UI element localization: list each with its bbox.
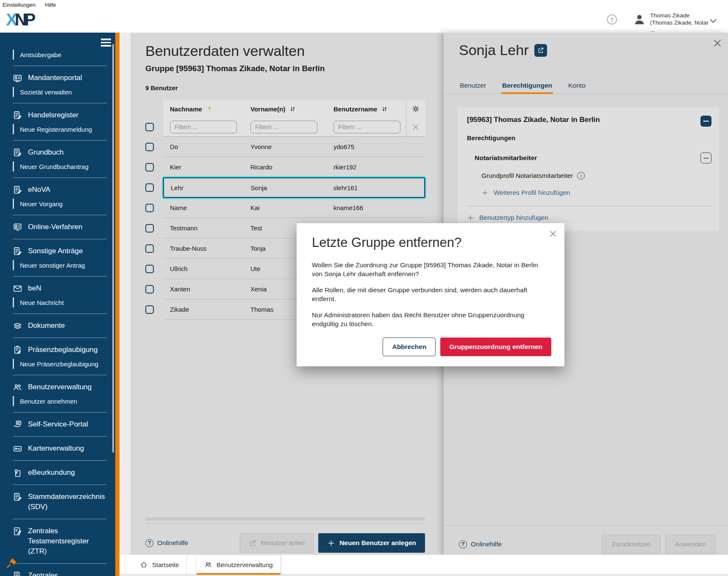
cancel-label: Abbrechen [392, 343, 426, 351]
sidebar-subitem-neuer-vorgang[interactable]: Neuer Vorgang [13, 197, 107, 210]
add-profile-link[interactable]: Weiteres Profil hinzufügen [467, 189, 711, 197]
main-footer: ? Onlinehilfe Benutzer teilen Neuen Benu… [145, 532, 425, 554]
sidebar-item-ben[interactable]: beN [13, 281, 107, 296]
remove-role-button[interactable] [700, 152, 711, 163]
sidebar-subitem-neuer-sonstiger-antrag[interactable]: Neuer sonstiger Antrag [13, 259, 107, 271]
info-icon[interactable]: i [577, 172, 585, 180]
sidebar-subitem-label: Benutzer annehmen [20, 398, 77, 405]
row-checkbox[interactable] [145, 163, 154, 172]
sidebar-item-benutzerverwaltung[interactable]: Benutzerverwaltung [13, 380, 107, 394]
sidebar-item-ebeurkundung[interactable]: eBeurkundung [13, 465, 107, 480]
sidebar-item-pr-senzbeglaubigung[interactable]: Präsenzbeglaubigung [13, 343, 107, 357]
sidebar-item-self-service-portal[interactable]: Self-Service-Portal [13, 417, 107, 432]
column-header-benutzername[interactable]: Benutzername [327, 100, 406, 117]
sidebar-item-zentrales[interactable]: Zentrales [13, 568, 107, 576]
table-scrollbar[interactable] [145, 518, 425, 521]
onlinehilfe-link[interactable]: ? Onlinehilfe [459, 540, 502, 548]
sidebar-item-mandantenportal[interactable]: Mandantenportal [13, 71, 107, 85]
sidebar-item-enova[interactable]: eNoVA [13, 183, 107, 197]
sidebar-item-stammdatenverzeichnis-sdv[interactable]: Stammdatenverzeichnis (SDV) [13, 490, 107, 514]
menu-hilfe[interactable]: Hilfe [45, 2, 56, 8]
tab-benutzerverwaltung[interactable]: Benutzerverwaltung [197, 556, 281, 574]
cell-c1: Do [163, 137, 244, 157]
remove-group-button[interactable] [700, 116, 711, 127]
table-row-do[interactable]: DoYvonneydo675 [145, 137, 425, 157]
gear-icon[interactable] [411, 104, 420, 114]
sidebar-divider [13, 485, 107, 485]
row-checkbox[interactable] [145, 265, 154, 273]
close-icon[interactable] [713, 39, 722, 48]
help-icon[interactable]: ? [607, 14, 617, 25]
document-pencil-icon [13, 571, 22, 576]
sidebar-scrollbar[interactable] [112, 44, 114, 453]
sidebar-item-handelsregister[interactable]: Handelsregister [13, 108, 107, 122]
seal-document-icon [13, 468, 22, 478]
row-checkbox[interactable] [145, 204, 154, 212]
create-user-button[interactable]: Neuen Benutzer anlegen [318, 533, 425, 553]
hamburger-menu-icon[interactable] [101, 39, 111, 47]
sidebar-divider [13, 103, 107, 103]
table-row-kier[interactable]: KierRicardorkier192 [145, 157, 425, 177]
chevron-down-icon[interactable] [709, 16, 718, 25]
tab-berechtigungen[interactable]: Berechtigungen [501, 78, 553, 94]
sidebar-item-dokumente[interactable]: Dokumente [13, 318, 107, 333]
filter-input-benutzername[interactable] [333, 121, 400, 133]
sidebar-subitem-neuer-grundbuchantrag[interactable]: Neuer Grundbuchantrag [13, 160, 107, 173]
document-quill-icon [13, 526, 22, 536]
sidebar-item-zentrales-testamentsregister-ztr[interactable]: Zentrales Testamentsregister (ZTR) [13, 524, 107, 559]
sidebar-subitem-soziet-t-verwalten[interactable]: Sozietät verwalten [13, 86, 107, 98]
share-user-button[interactable]: Benutzer teilen [240, 533, 314, 553]
envelope-icon [13, 284, 22, 294]
sidebar-item-online-verfahren[interactable]: Online-Verfahren [13, 220, 107, 234]
drawer-title-text: Sonja Lehr [459, 42, 528, 58]
menu-einstellungen[interactable]: Einstellungen [3, 2, 36, 8]
user-avatar-icon[interactable] [633, 13, 646, 26]
tab-benutzer[interactable]: Benutzer [459, 78, 487, 94]
close-icon[interactable] [549, 230, 557, 238]
tab-konto[interactable]: Konto [567, 78, 586, 94]
tab-label: Startseite [152, 561, 179, 568]
column-header-vorname-n[interactable]: Vorname(n) [244, 100, 327, 117]
apply-button[interactable]: Anwenden [665, 534, 716, 554]
filter-input-vorname-n[interactable] [250, 121, 317, 133]
sidebar-subitem-neue-registeranmeldung[interactable]: Neue Registeranmeldung [13, 123, 107, 136]
user-menu[interactable]: Thomas Zikade (Thomas Zikade, Notar ... [650, 12, 709, 33]
cell-c1: Ullrich [163, 259, 244, 279]
table-row-name[interactable]: NameKaikname166 [145, 198, 425, 218]
clear-filters-icon[interactable] [411, 122, 420, 132]
sidebar-item-kartenverwaltung[interactable]: Kartenverwaltung [13, 441, 107, 456]
user-detail: (Thomas Zikade, Notar ... [650, 19, 709, 33]
sidebar-subitem-neue-nachricht[interactable]: Neue Nachricht [13, 296, 107, 309]
cell-c1: Name [163, 198, 244, 218]
row-checkbox[interactable] [145, 285, 154, 294]
sidebar-item-sonstige-antr-ge[interactable]: Sonstige Anträge [13, 244, 107, 258]
select-all-checkbox[interactable] [145, 123, 154, 131]
row-checkbox[interactable] [145, 143, 154, 151]
user-name: Thomas Zikade [650, 12, 709, 19]
sort-icon [289, 105, 297, 113]
sidebar-item-label: Präsenzbeglaubigung [28, 345, 97, 355]
sidebar-subitem-amts-bergabe[interactable]: Amtsübergabe [13, 48, 107, 61]
cancel-button[interactable]: Abbrechen [383, 338, 436, 356]
tab-startseite[interactable]: Startseite [132, 556, 187, 574]
row-checkbox[interactable] [145, 183, 154, 192]
sidebar-item-grundbuch[interactable]: Grundbuch [13, 145, 107, 160]
column-header-nachname[interactable]: Nachname [163, 100, 244, 117]
table-row-lehr[interactable]: LehrSonjaslehr161 [145, 177, 425, 198]
sidebar: AmtsübergabeMandantenportalSozietät verw… [0, 33, 115, 576]
sidebar-subitem-benutzer-annehmen[interactable]: Benutzer annehmen [13, 395, 107, 407]
row-checkbox[interactable] [145, 244, 154, 253]
open-user-icon[interactable] [534, 44, 547, 57]
confirm-remove-button[interactable]: Gruppenzuordnung entfernen [440, 338, 551, 356]
row-checkbox[interactable] [145, 305, 154, 314]
tab-label: Benutzerverwaltung [217, 561, 273, 568]
sidebar-subitem-neue-pr-senzbeglaubigung[interactable]: Neue Präsenzbeglaubigung [13, 357, 107, 370]
row-checkbox[interactable] [145, 224, 154, 233]
permissions-card: [95963] Thomas Zikade, Notar in Berlin B… [458, 107, 719, 231]
onlinehilfe-link[interactable]: ? Onlinehilfe [145, 539, 188, 547]
pin-icon[interactable] [6, 557, 18, 569]
add-usertype-link[interactable]: Benutzertyp hinzufügen [467, 214, 711, 222]
user-count: 9 Benutzer [145, 84, 178, 91]
filter-input-nachname[interactable] [170, 121, 237, 133]
reset-button[interactable]: Zurücksetzen [602, 534, 661, 554]
